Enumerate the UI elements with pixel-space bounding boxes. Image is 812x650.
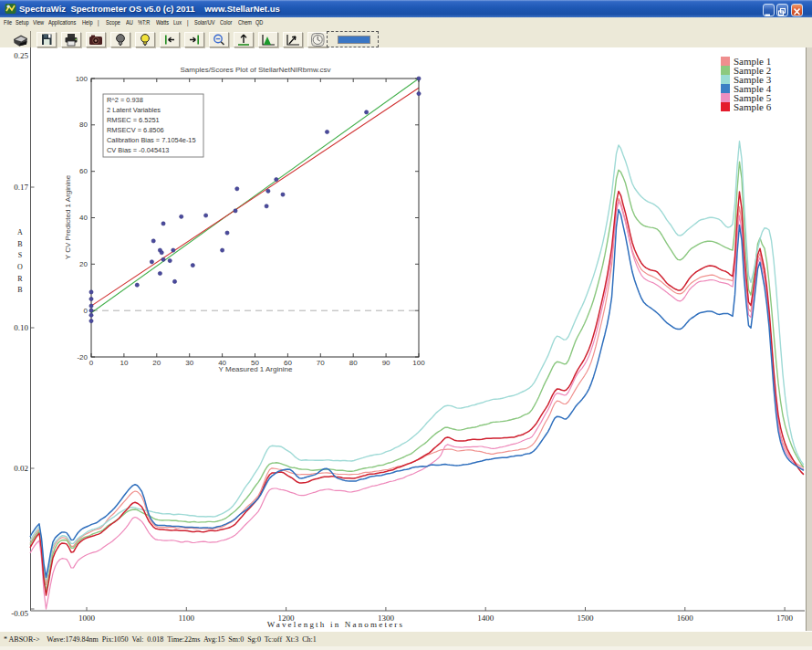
svg-text:-20: -20 xyxy=(77,353,88,362)
svg-text:O: O xyxy=(17,263,23,271)
svg-text:100: 100 xyxy=(76,75,88,83)
svg-text:Y CV Predicted 1 Arginine: Y CV Predicted 1 Arginine xyxy=(64,174,72,259)
svg-text:A: A xyxy=(17,228,23,236)
svg-text:90: 90 xyxy=(382,359,390,367)
svg-text:CV Bias = -0.045413: CV Bias = -0.045413 xyxy=(107,146,169,154)
svg-text:40: 40 xyxy=(79,214,88,222)
svg-text:80: 80 xyxy=(349,359,358,367)
svg-text:B: B xyxy=(17,240,22,248)
svg-text:0: 0 xyxy=(84,307,88,315)
svg-text:R^2 = 0.938: R^2 = 0.938 xyxy=(107,96,143,104)
svg-text:Sample 6: Sample 6 xyxy=(734,101,772,112)
svg-text:1700: 1700 xyxy=(776,613,794,623)
svg-text:0.10: 0.10 xyxy=(14,323,28,332)
svg-text:20: 20 xyxy=(152,359,161,367)
svg-text:10: 10 xyxy=(120,359,128,367)
svg-text:Samples/Scores Plot of Stellar: Samples/Scores Plot of StellarNetNIRbmw.… xyxy=(181,66,331,74)
svg-text:80: 80 xyxy=(79,121,88,129)
svg-text:RMSECV = 6.8506: RMSECV = 6.8506 xyxy=(107,126,164,134)
svg-text:1400: 1400 xyxy=(477,613,494,623)
svg-text:2 Latent Variables: 2 Latent Variables xyxy=(107,106,161,114)
svg-text:1500: 1500 xyxy=(578,613,595,623)
svg-text:0.02: 0.02 xyxy=(14,464,28,473)
svg-text:R: R xyxy=(17,275,23,283)
svg-text:RMSEC = 6.5251: RMSEC = 6.5251 xyxy=(107,116,160,124)
svg-text:Calibration Bias = 7.1054e-15: Calibration Bias = 7.1054e-15 xyxy=(107,136,196,144)
svg-text:-0.05: -0.05 xyxy=(11,609,28,618)
svg-text:60: 60 xyxy=(79,167,88,175)
svg-text:S: S xyxy=(18,251,22,259)
svg-text:1600: 1600 xyxy=(677,613,694,623)
svg-text:0.17: 0.17 xyxy=(14,183,28,192)
svg-text:1000: 1000 xyxy=(78,613,96,623)
svg-text:Y Measured 1 Arginine: Y Measured 1 Arginine xyxy=(219,365,293,373)
svg-text:30: 30 xyxy=(185,359,193,367)
svg-text:20: 20 xyxy=(79,260,88,268)
svg-text:B: B xyxy=(17,286,22,294)
svg-text:0.25: 0.25 xyxy=(14,51,28,60)
svg-text:70: 70 xyxy=(317,359,325,367)
svg-text:1100: 1100 xyxy=(178,613,194,623)
svg-text:0: 0 xyxy=(89,359,94,367)
svg-text:Wavelength in Nanometers: Wavelength in Nanometers xyxy=(267,620,405,629)
svg-text:100: 100 xyxy=(412,359,425,367)
